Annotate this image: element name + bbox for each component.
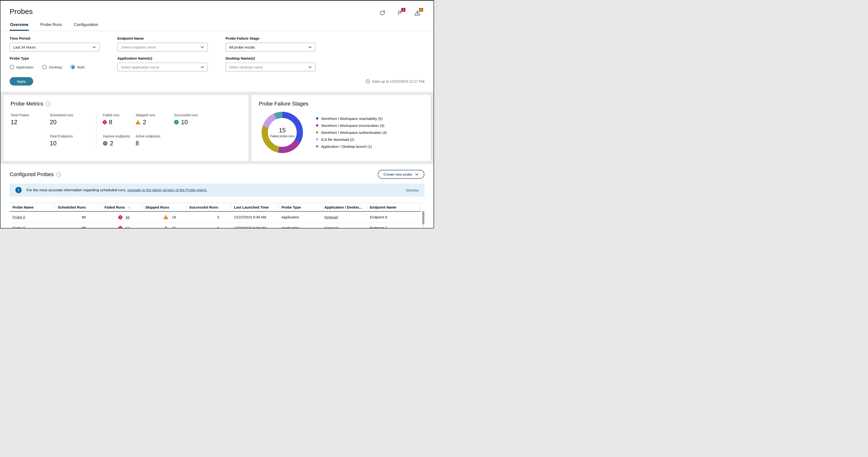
chevron-down-icon — [92, 46, 96, 48]
probe-name-cell: Probe 0 — [10, 223, 55, 228]
time-period-label: Time Period — [10, 36, 99, 40]
endpoint-name-select[interactable]: Select endpoint name — [117, 43, 208, 52]
probes-page: Probes 1 — [0, 0, 434, 228]
legend-item: ICA file download (2) — [316, 137, 386, 141]
donut-center: 15 Failed probe runs — [268, 118, 297, 147]
legend-label: Application / Desktop launch (1) — [321, 144, 372, 149]
metric-value: 10 — [50, 140, 57, 147]
scheduled-runs-cell: 88 — [55, 211, 102, 223]
info-icon[interactable] — [56, 172, 61, 177]
probe-type-desktop-radio[interactable]: Desktop — [42, 65, 62, 69]
failure-stages-legend: Storefront / Workspace reachability (5)S… — [316, 113, 386, 151]
warnings-button[interactable]: 1 — [414, 10, 421, 17]
tab-probe-runs[interactable]: Probe Runs — [40, 20, 63, 31]
dismiss-link[interactable]: Dismiss — [406, 188, 419, 192]
metrics-divider — [96, 114, 96, 146]
warnings-badge: 1 — [419, 8, 423, 12]
probe-failure-stage-select[interactable]: All probe results — [225, 43, 315, 52]
probe-type-both-radio[interactable]: Both — [71, 65, 85, 69]
radio-label: Application — [16, 65, 34, 69]
application-names-select[interactable]: Select application name — [117, 63, 208, 71]
metric-label: Inactive endpoints — [103, 134, 135, 138]
col-endpoint-name[interactable]: Endpoint Name — [367, 203, 420, 212]
metric-label: Total Probes — [10, 113, 50, 117]
metric-value: 12 — [10, 119, 17, 126]
time-period-filter: Time Period Last 24 Hours — [10, 36, 99, 52]
col-skipped-runs[interactable]: Skipped Runs — [142, 203, 186, 212]
create-new-probe-label: Create new probe — [383, 172, 412, 176]
col-probe-name[interactable]: Probe Name — [10, 203, 55, 212]
application-cell: Notepad — [321, 223, 367, 228]
legend-label: ICA file download (2) — [321, 137, 354, 141]
sort-desc-icon[interactable]: ↓ — [128, 205, 130, 209]
metric-value: 20 — [50, 119, 57, 126]
probes-table: Probe Name Scheduled Runs Failed Runs ↓ … — [10, 203, 421, 228]
time-period-select[interactable]: Last 24 Hours — [10, 43, 99, 52]
application-link[interactable]: Notepad — [324, 226, 338, 228]
create-new-probe-button[interactable]: Create new probe — [378, 170, 424, 179]
radio-label: Both — [77, 65, 85, 69]
probe-type-application-radio[interactable]: Application — [10, 65, 34, 69]
header-actions: 1 1 — [379, 10, 424, 17]
application-names-placeholder: Select application name — [121, 65, 159, 69]
metric-value: 8 — [135, 140, 139, 147]
metric-label: Active endpoints — [135, 134, 174, 138]
refresh-button[interactable] — [379, 10, 385, 17]
metric-label: Skipped runs — [135, 113, 174, 117]
legend-label: Storefront / Workspace authentication (4… — [321, 130, 386, 135]
page-header: Probes 1 — [0, 1, 434, 17]
table-row: Probe 0886321412/22/2023 9:38 AMApplicat… — [10, 223, 421, 228]
apply-button[interactable]: Apply — [10, 77, 33, 86]
col-scheduled-runs[interactable]: Scheduled Runs — [55, 203, 102, 212]
info-icon[interactable] — [46, 101, 51, 106]
legend-label: Storefront / Workspace reachability (5) — [321, 117, 382, 121]
endpoint-cell: Endpoint 6 — [367, 211, 420, 223]
desktop-names-select[interactable]: Select desktop name — [225, 63, 315, 71]
configured-probes-title: Configured Probes — [10, 171, 54, 177]
col-successful-runs[interactable]: Successful Runs — [186, 203, 231, 212]
desktop-names-filter: Desktop Name(s) Select desktop name — [225, 56, 315, 71]
desktop-names-placeholder: Select desktop name — [229, 65, 263, 69]
skipped-icon — [163, 215, 168, 219]
failed-runs-link[interactable]: 63 — [126, 226, 130, 228]
metric-successful-runs: Successful runs 10 — [174, 113, 241, 126]
failed-runs-link[interactable]: 66 — [126, 215, 130, 219]
col-application-desktop[interactable]: Application / Deskto... — [321, 203, 367, 212]
page-title: Probes — [10, 7, 33, 15]
table-header-row: Probe Name Scheduled Runs Failed Runs ↓ … — [10, 203, 421, 212]
probe-name-cell: Probe 0 — [10, 211, 55, 223]
failed-runs-cell: 66 — [102, 211, 142, 223]
upgrade-info-banner: For the most accurate information regard… — [10, 184, 424, 197]
donut-total-label: Failed probe runs — [270, 134, 294, 138]
data-freshness-text: Data up to 12/22/2023 12:17 PM — [372, 79, 424, 84]
col-failed-runs[interactable]: Failed Runs ↓ — [102, 203, 142, 212]
metric-scheduled-runs: Scheduled runs 20 — [50, 113, 96, 126]
probe-name-link[interactable]: Probe 0 — [12, 215, 25, 219]
upgrade-agent-link[interactable]: upgrade to the latest version of the Pro… — [127, 188, 208, 192]
metric-inactive-endpoints: Inactive endpoints 2 — [96, 134, 135, 147]
desktop-names-label: Desktop Name(s) — [225, 56, 315, 60]
col-probe-type[interactable]: Probe Type — [279, 203, 321, 212]
col-last-launched-time[interactable]: Last Launched Time — [231, 203, 279, 212]
skipped-icon — [135, 120, 141, 125]
time-period-value: Last 24 Hours — [13, 45, 36, 49]
legend-dot-icon — [316, 138, 318, 140]
probe-failure-stage-label: Probe Failure Stage — [225, 36, 315, 40]
radio-label: Desktop — [49, 65, 62, 69]
tab-configuration[interactable]: Configuration — [73, 20, 99, 31]
application-cell: Notepad — [321, 211, 367, 223]
table-row: Probe 0886619312/22/2023 9:38 AMApplicat… — [10, 211, 421, 223]
probe-metrics-title: Probe Metrics — [10, 101, 43, 107]
metric-value: 10 — [181, 119, 188, 126]
tab-overview[interactable]: Overview — [10, 20, 29, 31]
probe-name-link[interactable]: Probe 0 — [12, 226, 25, 228]
inactive-icon — [103, 141, 107, 145]
radio-selected-icon — [71, 65, 75, 69]
failure-stages-donut: 15 Failed probe runs — [261, 112, 303, 153]
alerts-button[interactable]: 1 — [397, 10, 403, 17]
tab-bar: Overview Probe Runs Configuration — [0, 20, 434, 31]
probe-failure-stage-value: All probe results — [229, 45, 255, 49]
scrollbar-thumb[interactable] — [422, 211, 424, 224]
table-scrollbar[interactable] — [422, 211, 424, 228]
application-link[interactable]: Notepad — [324, 215, 338, 219]
